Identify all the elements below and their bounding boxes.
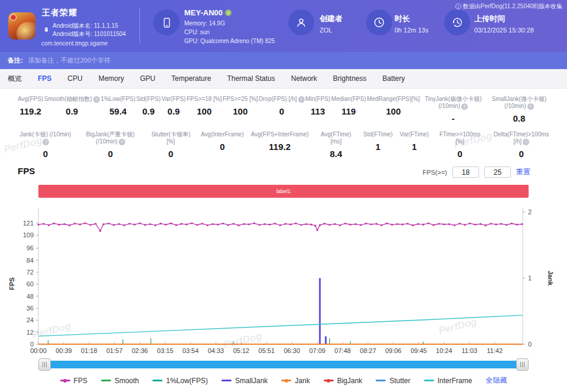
legend-item-bigjank[interactable]: BigJank	[324, 377, 363, 385]
duration-label: 时长	[395, 14, 410, 24]
help-icon[interactable]: ?	[527, 103, 534, 110]
legend-label: SmallJank	[235, 377, 268, 385]
tab-temperature[interactable]: Temperature	[171, 74, 211, 83]
stat-label: Median(FPS)	[331, 96, 366, 103]
svg-text:05:51: 05:51	[259, 347, 275, 354]
svg-text:07:09: 07:09	[309, 347, 325, 354]
scrollbar-track[interactable]	[38, 361, 529, 368]
stat-avg-fps-interframe: Avg(FPS+InterFrame)119.2	[251, 131, 309, 159]
tab-gpu[interactable]: GPU	[140, 74, 155, 83]
fps-threshold-input-2[interactable]	[484, 166, 511, 178]
help-icon[interactable]: ?	[43, 139, 49, 145]
stat-std-fps: Std(FPS)0.9	[136, 96, 161, 123]
remark-placeholder: 添加备注，不超过200个字符	[28, 57, 110, 64]
series-interframe	[38, 315, 523, 337]
stat-fps-25-%: FPS>=25 [%]100	[223, 96, 258, 123]
svg-text:11:42: 11:42	[487, 347, 503, 354]
legend-item-interframe[interactable]: InterFrame	[424, 377, 472, 385]
legend-item-fps[interactable]: FPS	[60, 377, 87, 385]
scrollbar-right-handle[interactable]	[516, 358, 529, 371]
legend-label: FPS	[74, 377, 87, 385]
stat-bigjank-10min: BigJank(严重卡顿) (/10min)?0	[80, 131, 141, 159]
tab-brightness[interactable]: Brightness	[333, 74, 367, 83]
stat-value: 0.8	[487, 113, 552, 123]
tab-battery[interactable]: Battery	[383, 74, 405, 83]
info-icon: i	[455, 4, 461, 9]
legend-item-jank[interactable]: Jank	[281, 377, 309, 385]
legend-marker	[152, 380, 162, 381]
legend-item-smalljank[interactable]: SmallJank	[221, 377, 268, 385]
legend-item-1%low-fps[interactable]: 1%Low(FPS)	[152, 377, 208, 385]
svg-text:36: 36	[27, 305, 34, 312]
stat-value: 0	[80, 149, 141, 159]
stat-value: 119	[331, 106, 366, 116]
chart-legend: FPSSmooth1%Low(FPS)SmallJankJankBigJankS…	[0, 375, 567, 386]
stat-drop-fps-h: Drop(FPS) [/h]?0	[259, 96, 304, 123]
help-icon[interactable]: ?	[461, 103, 468, 110]
svg-text:03:15: 03:15	[157, 347, 174, 354]
phone-icon	[154, 9, 180, 35]
svg-text:02:36: 02:36	[132, 347, 148, 354]
legend-marker	[221, 380, 232, 381]
stat-var-fps: Var(FPS)0.9	[162, 96, 186, 123]
stat-value: 0	[148, 149, 194, 159]
remark-bar[interactable]: 备注: 添加备注，不超过200个字符	[0, 52, 567, 69]
scrollbar-left-handle[interactable]	[38, 358, 51, 371]
svg-text:FPS: FPS	[8, 277, 15, 290]
svg-text:0: 0	[528, 341, 532, 348]
svg-text:109: 109	[23, 231, 34, 239]
svg-text:00:39: 00:39	[56, 347, 72, 354]
device-info-icon[interactable]: i	[225, 9, 232, 16]
legend-label: Jank	[295, 377, 309, 385]
stat-label: Avg(FPS+InterFrame)	[251, 131, 309, 138]
svg-text:96: 96	[27, 244, 34, 251]
svg-text:09:45: 09:45	[410, 347, 427, 354]
stat-fps-18-%: FPS>=18 [%]100	[187, 96, 221, 123]
fps-chart: 0122436486072849610912101200:0000:3901:1…	[0, 204, 567, 358]
legend-item-smooth[interactable]: Smooth	[101, 377, 139, 385]
help-icon[interactable]: ?	[298, 96, 305, 103]
stat-label: Stutter(卡顿率) [%]	[148, 131, 194, 145]
stats-row-2: Jank(卡顿) (/10min)?0BigJank(严重卡顿) (/10min…	[0, 131, 567, 159]
upload-time-value: 03/12/2025 15:30:28	[474, 27, 534, 34]
tab-memory[interactable]: Memory	[99, 74, 124, 83]
help-icon[interactable]: ?	[523, 139, 529, 145]
upload-time-label: 上传时间	[474, 14, 505, 24]
legend-label: InterFrame	[438, 377, 472, 385]
chart-range-scrollbar	[38, 358, 529, 371]
help-icon[interactable]: ?	[93, 96, 100, 103]
stats-panel: Avg(FPS)119.2Smooth(稳帧指数)?0.91%Low(FPS)5…	[0, 89, 567, 162]
stat-label: MedRange(FPS)[%]	[367, 96, 419, 103]
stat-smalljank-10min: SmallJank(微小卡顿) (/10min)?0.8	[487, 96, 552, 123]
tab-network[interactable]: Network	[291, 74, 317, 83]
report-header: 王者荣耀 Android版本名: 11.1.1.15 Android版本号: 1…	[0, 0, 567, 52]
series-smalljank	[320, 278, 326, 344]
app-icon	[8, 12, 35, 40]
tab-fps[interactable]: FPS	[38, 74, 51, 83]
svg-text:06:30: 06:30	[284, 347, 300, 354]
legend-marker	[324, 380, 334, 381]
legend-item-stutter[interactable]: Stutter	[376, 377, 410, 385]
hide-all-link[interactable]: 全隐藏	[485, 375, 507, 386]
tab-idx0[interactable]: 概览	[8, 74, 22, 84]
legend-label: Stutter	[389, 377, 410, 385]
stat-label: Std(FPS)	[136, 96, 161, 103]
android-icon	[43, 25, 50, 35]
stat-value: 0.9	[44, 106, 100, 116]
tab-thermal-status[interactable]: Thermal Status	[227, 74, 275, 83]
chart-svg: 0122436486072849610912101200:0000:3901:1…	[0, 204, 567, 356]
svg-text:01:57: 01:57	[106, 347, 123, 354]
fps-threshold-input-1[interactable]	[452, 166, 479, 178]
svg-text:00:00: 00:00	[30, 347, 47, 354]
tab-cpu[interactable]: CPU	[67, 74, 82, 83]
help-icon[interactable]: ?	[119, 139, 125, 145]
svg-text:48: 48	[27, 293, 34, 300]
stat-value: 0.9	[136, 106, 161, 116]
stat-label: Avg(FPS)	[18, 96, 43, 103]
reset-button[interactable]: 重置	[516, 167, 530, 177]
stat-delta-ftime-100ms-h: Delta(FTime)>100ms [/h]?0	[491, 131, 552, 159]
stat-value: 100	[187, 106, 221, 116]
svg-text:07:48: 07:48	[334, 347, 351, 354]
stat-value: 0	[201, 142, 244, 152]
fps-section-header: FPS FPS(>=) 重置	[0, 164, 567, 181]
